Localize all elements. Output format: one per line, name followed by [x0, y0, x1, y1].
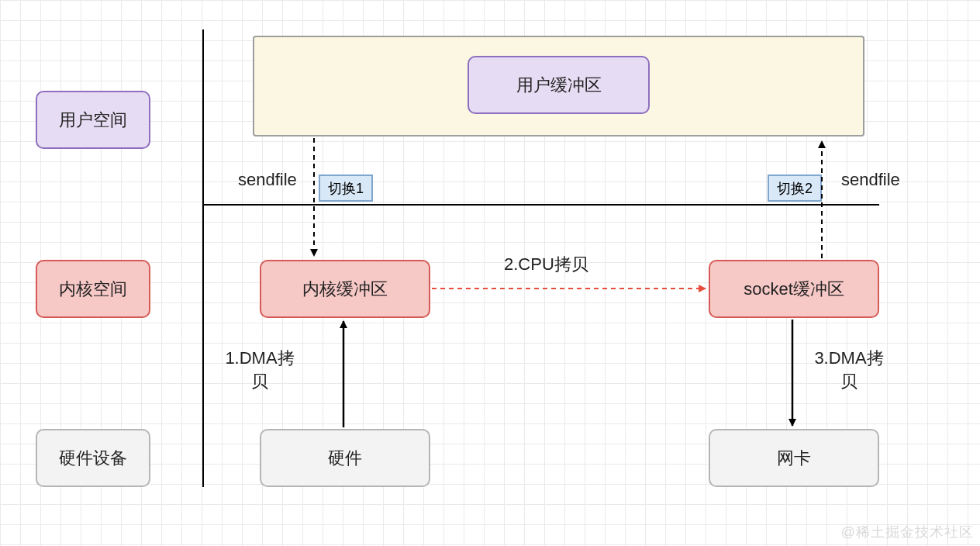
switch-tag-1-text: 切换1	[328, 179, 364, 198]
user-buffer-text: 用户缓冲区	[516, 74, 602, 97]
label-cpu-copy: 2.CPU拷贝	[504, 253, 588, 276]
switch-tag-1: 切换1	[319, 175, 373, 202]
horizontal-divider	[202, 204, 879, 206]
label-dma-copy-2: 3.DMA拷贝	[806, 347, 892, 393]
hardware-disk: 硬件	[260, 429, 430, 487]
hardware-disk-text: 硬件	[328, 447, 362, 470]
label-sendfile-left: sendfile	[238, 170, 297, 190]
row-label-kernel-space: 内核空间	[36, 260, 150, 318]
hardware-nic-text: 网卡	[777, 447, 811, 470]
row-label-user-space: 用户空间	[36, 91, 150, 149]
switch-tag-2-text: 切换2	[777, 179, 813, 198]
user-buffer: 用户缓冲区	[468, 56, 650, 114]
vertical-divider	[202, 29, 204, 487]
watermark: @稀土掘金技术社区	[841, 523, 974, 541]
label-sendfile-right: sendfile	[841, 170, 900, 190]
hardware-nic: 网卡	[709, 429, 879, 487]
diagram-canvas: 用户空间 内核空间 硬件设备 用户缓冲区 内核缓冲区 socket缓冲区 硬件 …	[0, 0, 980, 546]
label-dma-copy-1: 1.DMA拷贝	[217, 347, 302, 393]
socket-buffer: socket缓冲区	[709, 260, 879, 318]
row-label-hardware-text: 硬件设备	[59, 447, 127, 470]
socket-buffer-text: socket缓冲区	[744, 278, 844, 301]
row-label-hardware: 硬件设备	[36, 429, 150, 487]
kernel-buffer-text: 内核缓冲区	[302, 278, 388, 301]
row-label-user-space-text: 用户空间	[59, 109, 127, 132]
switch-tag-2: 切换2	[768, 175, 822, 202]
kernel-buffer: 内核缓冲区	[260, 260, 430, 318]
row-label-kernel-space-text: 内核空间	[59, 278, 127, 301]
